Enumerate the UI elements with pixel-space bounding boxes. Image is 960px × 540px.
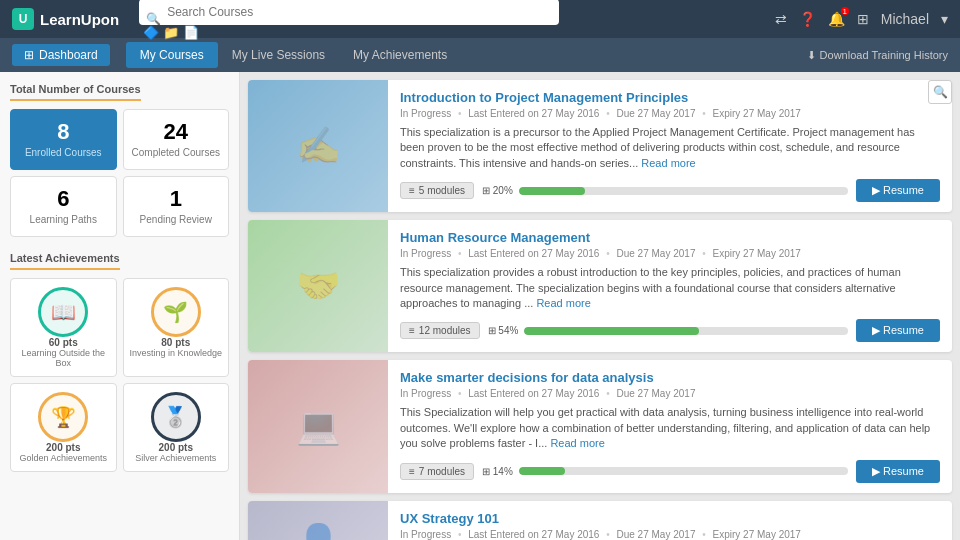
course-card-ux: 👤 UX Strategy 101 In Progress • Last Ent… — [248, 501, 952, 540]
tab-my-achievements[interactable]: My Achievements — [339, 42, 461, 68]
dashboard-button[interactable]: ⊞ Dashboard — [12, 44, 110, 66]
achievement-pts-golden: 200 pts — [15, 442, 112, 453]
notification-icon[interactable]: 🔔 1 — [828, 11, 845, 27]
stats-grid: 8 Enrolled Courses 24 Completed Courses … — [10, 109, 229, 237]
learning-paths-label: Learning Paths — [19, 213, 108, 226]
search-input[interactable] — [139, 0, 559, 25]
progress-bar-bg-hr — [524, 327, 848, 335]
achievement-name-golden: Golden Achievements — [15, 453, 112, 463]
course-title-ux[interactable]: UX Strategy 101 — [400, 511, 940, 526]
resume-button-pm[interactable]: ▶ Resume — [856, 179, 940, 202]
course-content-ux: UX Strategy 101 In Progress • Last Enter… — [388, 501, 952, 540]
course-content-hr: Human Resource Management In Progress • … — [388, 220, 952, 352]
course-title-pm[interactable]: Introduction to Project Management Princ… — [400, 90, 940, 105]
logo-icon: U — [12, 8, 34, 30]
modules-count-data: 7 modules — [419, 466, 465, 477]
modules-badge-pm: ≡5 modules — [400, 182, 474, 199]
course-footer-pm: ≡5 modules ⊞ 20% ▶ Resume — [400, 179, 940, 202]
modules-badge-hr: ≡12 modules — [400, 322, 480, 339]
main: Total Number of Courses 8 Enrolled Cours… — [0, 72, 960, 540]
course-thumb-data: 💻 — [248, 360, 388, 492]
badge-golden: 🏆 — [38, 392, 88, 442]
course-thumb-hr: 🤝 — [248, 220, 388, 352]
course-search-button[interactable]: 🔍 — [928, 80, 952, 104]
course-meta-pm: In Progress • Last Entered on 27 May 201… — [400, 108, 940, 119]
course-desc-data: This Specialization will help you get pr… — [400, 405, 940, 451]
achievement-pts-investing: 80 pts — [128, 337, 225, 348]
expiry-ux: Expiry 27 May 2017 — [713, 529, 801, 540]
resume-button-hr[interactable]: ▶ Resume — [856, 319, 940, 342]
logo-text: LearnUpon — [40, 11, 119, 28]
shuffle-icon[interactable]: ⇄ — [775, 11, 787, 27]
search-icon: 🔍 — [146, 12, 161, 26]
dashboard-label: Dashboard — [39, 48, 98, 62]
grid-icon[interactable]: ⊞ — [857, 11, 869, 27]
modules-badge-data: ≡7 modules — [400, 463, 474, 480]
status-badge-pm: In Progress — [400, 108, 451, 119]
course-meta-ux: In Progress • Last Entered on 27 May 201… — [400, 529, 940, 540]
modules-count-hr: 12 modules — [419, 325, 471, 336]
resume-button-data[interactable]: ▶ Resume — [856, 460, 940, 483]
due-pm: Due 27 May 2017 — [617, 108, 696, 119]
read-more-data[interactable]: Read more — [550, 437, 604, 449]
read-more-pm[interactable]: Read more — [641, 157, 695, 169]
course-list: 🔍 ✍️ Introduction to Project Management … — [240, 72, 960, 540]
last-entered-ux: Last Entered on 27 May 2016 — [468, 529, 599, 540]
thumb-figure-data: 💻 — [296, 405, 341, 447]
progress-bar-bg-data — [519, 467, 848, 475]
nav-right: ⬇ Download Training History — [807, 49, 948, 62]
achievement-investing: 🌱 80 pts Investing in Knowledge — [123, 278, 230, 377]
completed-courses-card: 24 Completed Courses — [123, 109, 230, 170]
status-badge-data: In Progress — [400, 388, 451, 399]
course-title-data[interactable]: Make smarter decisions for data analysis — [400, 370, 940, 385]
header-right: ⇄ ❓ 🔔 1 ⊞ Michael ▾ — [775, 11, 948, 27]
nav-tabs: My Courses My Live Sessions My Achieveme… — [126, 42, 461, 68]
tab-my-live-sessions-label: My Live Sessions — [232, 48, 325, 62]
last-entered-data: Last Entered on 27 May 2016 — [468, 388, 599, 399]
status-badge-ux: In Progress — [400, 529, 451, 540]
total-courses-title: Total Number of Courses — [10, 83, 141, 101]
status-badge-hr: In Progress — [400, 248, 451, 259]
progress-label-pm: ⊞ 20% — [482, 185, 513, 196]
course-card-pm: ✍️ Introduction to Project Management Pr… — [248, 80, 952, 212]
thumb-figure-pm: ✍️ — [296, 125, 341, 167]
due-data: Due 27 May 2017 — [617, 388, 696, 399]
enrolled-label: Enrolled Courses — [19, 146, 108, 159]
progress-bar-fill-pm — [519, 187, 585, 195]
pending-review-card: 1 Pending Review — [123, 176, 230, 237]
help-icon[interactable]: ❓ — [799, 11, 816, 27]
read-more-hr[interactable]: Read more — [536, 297, 590, 309]
completed-number: 24 — [132, 120, 221, 144]
user-name[interactable]: Michael — [881, 11, 929, 27]
course-title-hr[interactable]: Human Resource Management — [400, 230, 940, 245]
tab-my-live-sessions[interactable]: My Live Sessions — [218, 42, 339, 68]
course-content-data: Make smarter decisions for data analysis… — [388, 360, 952, 492]
thumb-figure-hr: 🤝 — [296, 265, 341, 307]
progress-bar-fill-data — [519, 467, 565, 475]
notification-badge: 1 — [841, 7, 849, 15]
chevron-down-icon: ▾ — [941, 11, 948, 27]
course-footer-data: ≡7 modules ⊞ 14% ▶ Resume — [400, 460, 940, 483]
course-content-pm: Introduction to Project Management Princ… — [388, 80, 952, 212]
expiry-hr: Expiry 27 May 2017 — [713, 248, 801, 259]
achievements-grid: 📖 60 pts Learning Outside the Box 🌱 80 p… — [10, 278, 229, 472]
achievement-pts-silver: 200 pts — [128, 442, 225, 453]
badge-silver: 🥈 — [151, 392, 201, 442]
modules-count-pm: 5 modules — [419, 185, 465, 196]
progress-bar-fill-hr — [524, 327, 699, 335]
progress-label-data: ⊞ 14% — [482, 466, 513, 477]
due-hr: Due 27 May 2017 — [617, 248, 696, 259]
tab-my-courses-label: My Courses — [140, 48, 204, 62]
tab-my-courses[interactable]: My Courses — [126, 42, 218, 68]
dashboard-icon: ⊞ — [24, 48, 34, 62]
download-icon: ⬇ — [807, 49, 816, 62]
download-training-button[interactable]: ⬇ Download Training History — [807, 49, 948, 62]
search-extra-icon-1: 🔷 — [143, 25, 159, 40]
achievement-learning: 📖 60 pts Learning Outside the Box — [10, 278, 117, 377]
course-footer-hr: ≡12 modules ⊞ 54% ▶ Resume — [400, 319, 940, 342]
achievement-name-learning: Learning Outside the Box — [15, 348, 112, 368]
tab-my-achievements-label: My Achievements — [353, 48, 447, 62]
course-meta-hr: In Progress • Last Entered on 27 May 201… — [400, 248, 940, 259]
badge-learning: 📖 — [38, 287, 88, 337]
progress-label-hr: ⊞ 54% — [488, 325, 519, 336]
